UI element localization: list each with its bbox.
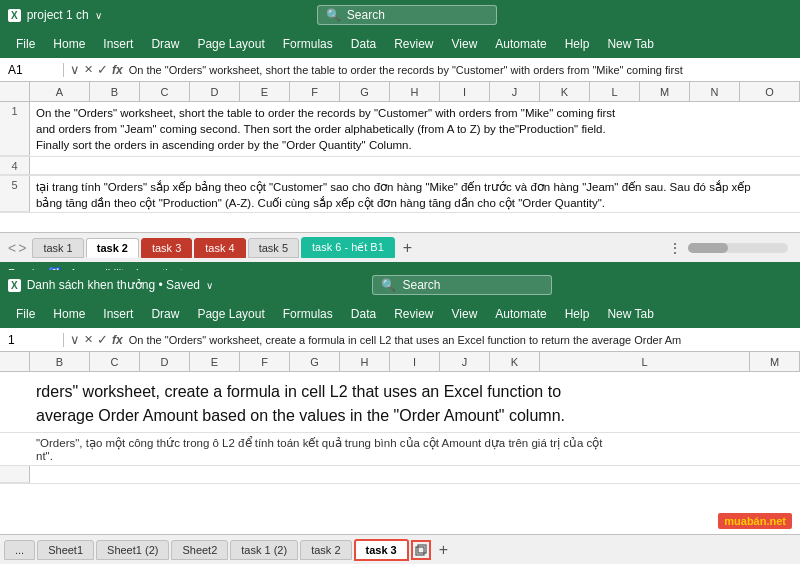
- menu-file-top[interactable]: File: [8, 34, 43, 54]
- menu-review-bottom[interactable]: Review: [386, 304, 441, 324]
- col-header-L: L: [590, 82, 640, 101]
- menu-automate-bottom[interactable]: Automate: [487, 304, 554, 324]
- menu-insert-top[interactable]: Insert: [95, 34, 141, 54]
- tab-add-top[interactable]: +: [397, 237, 418, 259]
- bottom-col-headers: B C D E F G H I J K L M: [0, 352, 800, 372]
- formula-check-icon-b[interactable]: ∨: [70, 332, 80, 347]
- big-text-line2: average Order Amount based on the values…: [36, 404, 792, 428]
- col-header-rownum: [0, 82, 30, 101]
- fx-icon: fx: [112, 63, 123, 77]
- small-text-line1: "Orders", tạo một công thức trong ô L2 đ…: [36, 436, 792, 450]
- menu-newtab-bottom[interactable]: New Tab: [599, 304, 661, 324]
- search-icon-bottom: 🔍: [381, 278, 396, 292]
- tab-task1[interactable]: task 1: [32, 238, 83, 258]
- bottom-col-header-M: M: [750, 352, 800, 371]
- menu-view-bottom[interactable]: View: [444, 304, 486, 324]
- bottom-col-header-I: I: [390, 352, 440, 371]
- menu-draw-top[interactable]: Draw: [143, 34, 187, 54]
- chevron-down-icon[interactable]: ∨: [95, 10, 102, 21]
- col-header-J: J: [490, 82, 540, 101]
- col-header-H: H: [390, 82, 440, 101]
- tab-bottom-nav[interactable]: ...: [4, 540, 35, 560]
- col-header-C: C: [140, 82, 190, 101]
- menu-pagelayout-bottom[interactable]: Page Layout: [189, 304, 272, 324]
- top-search-box[interactable]: 🔍 Search: [317, 5, 497, 25]
- tab-nav-top: < >: [8, 240, 26, 256]
- search-icon-top: 🔍: [326, 8, 341, 22]
- tab-nav-prev[interactable]: <: [8, 240, 16, 256]
- col-header-F: F: [290, 82, 340, 101]
- bottom-col-header-F: F: [240, 352, 290, 371]
- menu-data-top[interactable]: Data: [343, 34, 384, 54]
- menu-data-bottom[interactable]: Data: [343, 304, 384, 324]
- small-text-line2: nt".: [36, 450, 792, 462]
- watermark-highlight: bán: [747, 515, 767, 527]
- menu-view-top[interactable]: View: [444, 34, 486, 54]
- bottom-title-bar: X Danh sách khen thưởng • Saved ∨ 🔍 Sear…: [0, 270, 800, 300]
- tab-task2[interactable]: task 2: [86, 238, 139, 258]
- search-label-bottom: Search: [402, 278, 440, 292]
- tab-nav-next[interactable]: >: [18, 240, 26, 256]
- chevron-down-icon-bottom[interactable]: ∨: [206, 280, 213, 291]
- menu-draw-bottom[interactable]: Draw: [143, 304, 187, 324]
- top-search-area: 🔍 Search: [317, 5, 497, 25]
- menu-home-top[interactable]: Home: [45, 34, 93, 54]
- col-header-B: B: [90, 82, 140, 101]
- menu-help-bottom[interactable]: Help: [557, 304, 598, 324]
- small-text-area: "Orders", tạo một công thức trong ô L2 đ…: [0, 433, 800, 466]
- excel-icon-top: X: [8, 9, 21, 22]
- table-row: 1 On the "Orders" worksheet, short the t…: [0, 102, 800, 157]
- menu-pagelayout-top[interactable]: Page Layout: [189, 34, 272, 54]
- col-header-D: D: [190, 82, 240, 101]
- tab-task5[interactable]: task 5: [248, 238, 299, 258]
- menu-home-bottom[interactable]: Home: [45, 304, 93, 324]
- top-cell-ref[interactable]: A1: [4, 63, 64, 77]
- formula-check-icon[interactable]: ∨: [70, 62, 80, 77]
- tab-sheet1[interactable]: Sheet1: [37, 540, 94, 560]
- tab-copy-icon: [411, 540, 431, 560]
- big-text-area: rders" worksheet, create a formula in ce…: [0, 376, 800, 433]
- tab-sheet1-2[interactable]: Sheet1 (2): [96, 540, 169, 560]
- tab-task6[interactable]: task 6 - hết B1: [301, 237, 395, 258]
- tab-more-dots[interactable]: ⋮: [668, 240, 682, 256]
- bottom-col-header-rownum: [0, 352, 30, 371]
- col-header-G: G: [340, 82, 390, 101]
- tab-bottom-task3[interactable]: task 3: [354, 539, 409, 561]
- row-num-1: 1: [0, 102, 30, 156]
- merged-cell-5-6: tại trang tính "Orders" sắp xếp bảng the…: [30, 176, 800, 212]
- top-formula-icons: ∨ ✕ ✓ fx: [64, 62, 129, 77]
- menu-automate-top[interactable]: Automate: [487, 34, 554, 54]
- bottom-col-header-H: H: [340, 352, 390, 371]
- formula-cross-icon-b[interactable]: ✕: [84, 333, 93, 346]
- bottom-menu-bar: File Home Insert Draw Page Layout Formul…: [0, 300, 800, 328]
- menu-file-bottom[interactable]: File: [8, 304, 43, 324]
- scrollbar-tab: [688, 243, 788, 253]
- tab-task1-2[interactable]: task 1 (2): [230, 540, 298, 560]
- menu-formulas-bottom[interactable]: Formulas: [275, 304, 341, 324]
- tab-task4[interactable]: task 4: [194, 238, 245, 258]
- formula-checkmark-icon[interactable]: ✓: [97, 62, 108, 77]
- empty-cell: [30, 466, 800, 484]
- tab-task3[interactable]: task 3: [141, 238, 192, 258]
- bottom-col-header-J: J: [440, 352, 490, 371]
- bottom-search-box[interactable]: 🔍 Search: [372, 275, 552, 295]
- menu-review-top[interactable]: Review: [386, 34, 441, 54]
- top-title-text: project 1 ch: [27, 8, 89, 22]
- col-header-E: E: [240, 82, 290, 101]
- tab-sheet2[interactable]: Sheet2: [171, 540, 228, 560]
- bottom-cell-ref[interactable]: 1: [4, 333, 64, 347]
- fx-icon-b: fx: [112, 333, 123, 347]
- menu-help-top[interactable]: Help: [557, 34, 598, 54]
- formula-checkmark-icon-b[interactable]: ✓: [97, 332, 108, 347]
- col-header-N: N: [690, 82, 740, 101]
- menu-formulas-top[interactable]: Formulas: [275, 34, 341, 54]
- row6-text: bảng tăng dần theo cột "Production" (A-Z…: [36, 195, 794, 211]
- row2-text: and orders from "Jeam" coming second. Th…: [36, 121, 794, 137]
- excel-icon-bottom: X: [8, 279, 21, 292]
- menu-insert-bottom[interactable]: Insert: [95, 304, 141, 324]
- formula-cross-icon[interactable]: ✕: [84, 63, 93, 76]
- tab-bottom-task2[interactable]: task 2: [300, 540, 351, 560]
- tab-add-bottom[interactable]: +: [433, 539, 454, 561]
- big-text-line1: rders" worksheet, create a formula in ce…: [36, 380, 792, 404]
- menu-newtab-top[interactable]: New Tab: [599, 34, 661, 54]
